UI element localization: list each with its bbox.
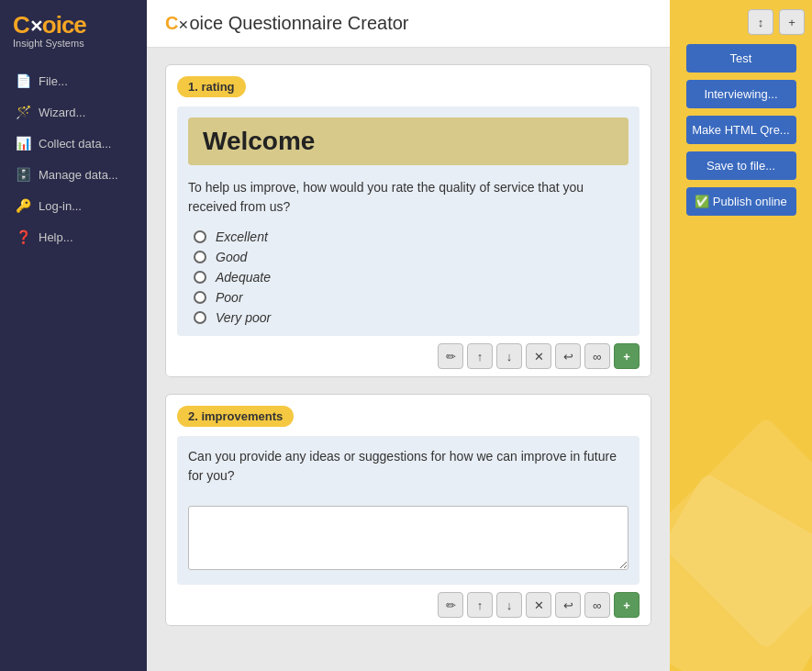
sidebar-item-manage-label: Manage data... (39, 168, 118, 182)
sidebar-navigation: 📄 File... 🪄 Wizard... 📊 Collect data... … (0, 65, 147, 252)
option-adequate-label: Adequate (216, 270, 271, 285)
question-card-2: 2. improvements Can you provide any idea… (165, 394, 651, 626)
help-icon: ❓ (16, 229, 31, 244)
option-excellent: Excellent (194, 229, 628, 244)
header-title-rest: oice Questionnaire Creator (189, 13, 408, 33)
sidebar-item-help[interactable]: ❓ Help... (0, 221, 147, 252)
question-1-label: 1. rating (177, 76, 246, 97)
sidebar-item-file[interactable]: 📄 File... (0, 65, 147, 96)
panel-add-button[interactable]: + (779, 9, 805, 35)
option-adequate: Adequate (194, 270, 628, 285)
logo-text: C✕oice (13, 11, 134, 39)
option-good: Good (194, 250, 628, 264)
q2-link-button[interactable]: ↩ (555, 592, 581, 618)
q1-down-button[interactable]: ↓ (496, 343, 522, 369)
logo-oice: oice (42, 11, 86, 39)
question-1-inner: Welcome To help us improve, how would yo… (177, 106, 640, 336)
q2-add-button[interactable]: + (614, 592, 640, 618)
collect-icon: 📊 (16, 136, 31, 151)
q1-chain-button[interactable]: ∞ (584, 343, 610, 369)
option-excellent-label: Excellent (216, 229, 268, 244)
q1-edit-button[interactable]: ✏ (438, 343, 463, 369)
question-1-body: To help us improve, how would you rate t… (188, 178, 628, 217)
logo-subtitle: Insight Systems (13, 38, 134, 49)
option-very-poor: Very poor (194, 310, 628, 325)
q1-up-button[interactable]: ↑ (467, 343, 493, 369)
right-panel: ↕ + Test Interviewing... Make HTML Qre..… (670, 0, 812, 671)
q2-chain-button[interactable]: ∞ (584, 592, 610, 618)
header-x-icon: ✕ (178, 17, 189, 32)
save-to-file-button[interactable]: Save to file... (686, 151, 796, 180)
question-1-title: Welcome (188, 117, 628, 165)
option-very-poor-label: Very poor (216, 310, 271, 325)
sidebar-item-login-label: Log-in... (39, 199, 82, 213)
content-area: 1. rating Welcome To help us improve, ho… (147, 48, 670, 671)
sidebar-item-file-label: File... (39, 74, 68, 88)
radio-circle-adequate (194, 271, 206, 284)
question-2-inner: Can you provide any ideas or suggestions… (177, 436, 640, 585)
question-1-options: Excellent Good Adequate Poor (194, 229, 628, 325)
q2-edit-button[interactable]: ✏ (438, 592, 463, 618)
question-2-textarea[interactable] (188, 506, 628, 570)
logo-x-icon: ✕ (29, 17, 42, 36)
manage-icon: 🗄️ (16, 167, 31, 182)
login-icon: 🔑 (16, 198, 31, 213)
panel-top-icons: ↕ + (748, 9, 805, 35)
test-button[interactable]: Test (686, 44, 796, 73)
option-poor-label: Poor (216, 290, 243, 305)
sidebar-item-wizard[interactable]: 🪄 Wizard... (0, 96, 147, 128)
q2-up-button[interactable]: ↑ (467, 592, 493, 618)
sidebar-item-help-label: Help... (39, 230, 73, 244)
question-card-1: 1. rating Welcome To help us improve, ho… (165, 64, 651, 377)
file-icon: 📄 (16, 73, 31, 88)
sidebar: C✕oice Insight Systems 📄 File... 🪄 Wizar… (0, 0, 147, 671)
sidebar-item-login[interactable]: 🔑 Log-in... (0, 190, 147, 221)
logo-c: C (13, 11, 29, 39)
q1-add-button[interactable]: + (614, 343, 640, 369)
sidebar-item-collect[interactable]: 📊 Collect data... (0, 128, 147, 159)
radio-circle-very-poor (194, 311, 206, 324)
wizard-icon: 🪄 (16, 105, 31, 119)
make-html-button[interactable]: Make HTML Qre... (686, 116, 796, 144)
option-poor: Poor (194, 290, 628, 305)
panel-arrows-button[interactable]: ↕ (748, 9, 773, 35)
main-content: C✕oice Questionnaire Creator 1. rating W… (147, 0, 670, 671)
radio-circle-excellent (194, 230, 206, 243)
publish-online-button[interactable]: ✅ Publish online (686, 187, 796, 216)
interviewing-button[interactable]: Interviewing... (686, 80, 796, 108)
sidebar-logo: C✕oice Insight Systems (0, 0, 147, 56)
q1-link-button[interactable]: ↩ (555, 343, 581, 369)
radio-circle-good (194, 251, 206, 263)
q2-delete-button[interactable]: ✕ (526, 592, 551, 618)
sidebar-item-manage[interactable]: 🗄️ Manage data... (0, 159, 147, 190)
sidebar-item-collect-label: Collect data... (39, 137, 112, 151)
sidebar-item-wizard-label: Wizard... (39, 106, 85, 119)
question-2-body: Can you provide any ideas or suggestions… (188, 447, 628, 486)
radio-circle-poor (194, 291, 206, 304)
q2-down-button[interactable]: ↓ (496, 592, 522, 618)
question-1-toolbar: ✏ ↑ ↓ ✕ ↩ ∞ + (166, 336, 651, 376)
question-2-toolbar: ✏ ↑ ↓ ✕ ↩ ∞ + (166, 585, 651, 625)
question-2-label: 2. improvements (177, 406, 294, 427)
header-logo-c: C (165, 13, 178, 33)
main-header: C✕oice Questionnaire Creator (147, 0, 670, 48)
option-good-label: Good (216, 250, 247, 264)
q1-delete-button[interactable]: ✕ (526, 343, 551, 369)
